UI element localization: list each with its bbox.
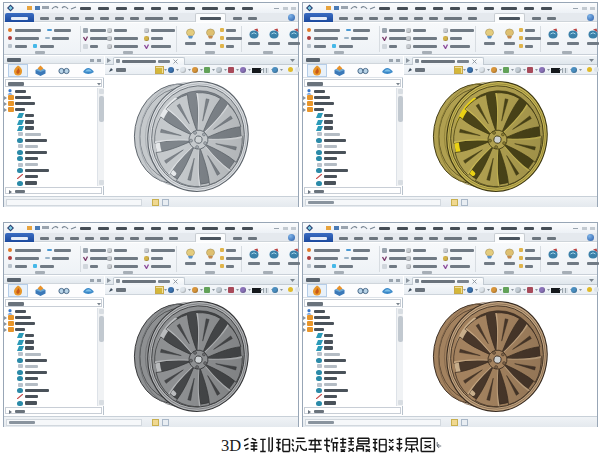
svg-text:3D: 3D (221, 436, 241, 455)
